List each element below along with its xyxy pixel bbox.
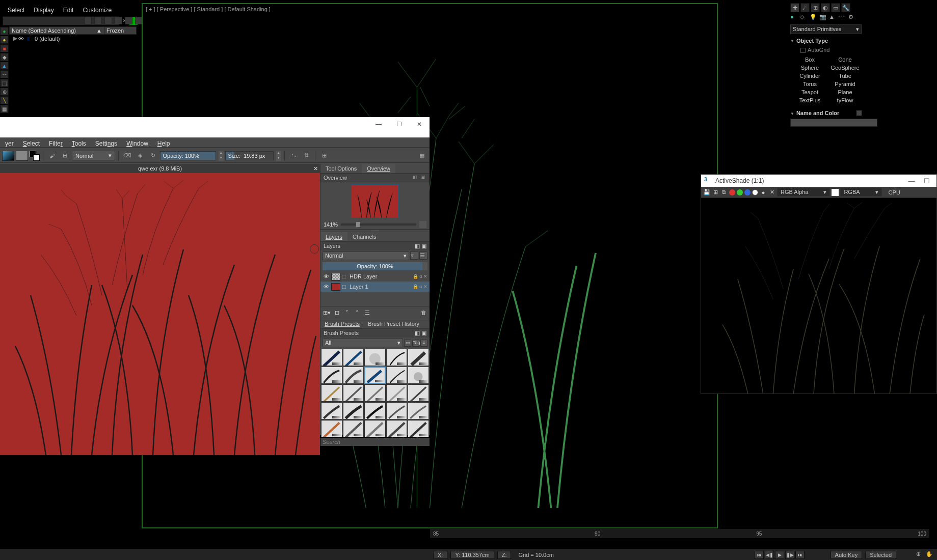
- brush-preset[interactable]: [408, 367, 429, 384]
- outliner-row[interactable]: ▶ 👁 ≡ 0 (default): [9, 35, 137, 42]
- menu-settings[interactable]: Settings: [91, 139, 121, 146]
- layer-name[interactable]: Layer 1: [348, 284, 411, 290]
- tool-icon[interactable]: ╲: [0, 96, 9, 104]
- nav-icon[interactable]: ✋: [926, 551, 934, 559]
- prev-frame-icon[interactable]: ◀❚: [765, 551, 774, 559]
- tool-icon[interactable]: ⬚: [0, 79, 9, 87]
- visibility-icon[interactable]: 👁: [323, 273, 330, 279]
- goto-end-icon[interactable]: ⏭: [795, 551, 805, 559]
- brush-icon[interactable]: 🖌: [46, 150, 58, 161]
- add-layer-icon[interactable]: ⊞▾: [323, 309, 331, 317]
- channels-tab[interactable]: Channels: [347, 232, 381, 241]
- overview-tab[interactable]: Overview: [362, 164, 395, 173]
- display-dropdown[interactable]: RGBA▾: [840, 188, 881, 197]
- primitive-cone[interactable]: Cone: [828, 56, 862, 63]
- docker-buttons[interactable]: ◧ ▣: [415, 330, 426, 337]
- layer-locks[interactable]: 🔒 α ✕: [413, 274, 427, 279]
- primitive-textplus[interactable]: TextPlus: [793, 97, 826, 104]
- menu-window[interactable]: Window: [122, 139, 152, 146]
- brush-preset[interactable]: [343, 402, 364, 419]
- menu-select[interactable]: Select: [8, 7, 24, 14]
- brush-preset[interactable]: [343, 420, 364, 437]
- reload-icon[interactable]: ↻: [147, 150, 158, 161]
- alpha-channel-icon[interactable]: [752, 189, 758, 195]
- blend-mode-dropdown[interactable]: Normal▾: [72, 151, 115, 160]
- helpers-icon[interactable]: ▲: [829, 14, 837, 21]
- move-up-icon[interactable]: ˄: [353, 309, 361, 317]
- brush-preset[interactable]: [386, 367, 408, 384]
- toolbar-btn[interactable]: [115, 17, 122, 24]
- tool-options-tab[interactable]: Tool Options: [320, 164, 362, 173]
- mirror-h-icon[interactable]: ⇋: [288, 150, 299, 161]
- copy-icon[interactable]: ⊞: [712, 189, 719, 196]
- menu-filter[interactable]: Filter: [45, 139, 67, 146]
- view-detail-icon[interactable]: ≡: [420, 340, 427, 347]
- brush-preset[interactable]: [321, 402, 342, 419]
- activeshade-titlebar[interactable]: 3 ActiveShade (1:1) — ☐: [701, 175, 936, 187]
- visibility-icon[interactable]: 👁: [323, 284, 330, 290]
- viewport-label[interactable]: [ + ] [ Perspective ] [ Standard ] [ Def…: [146, 6, 271, 12]
- primitive-tube[interactable]: Tube: [828, 72, 862, 79]
- layer-thumb[interactable]: [331, 273, 340, 281]
- maximize-button[interactable]: ☐: [920, 177, 933, 185]
- menu-layer[interactable]: yer: [1, 139, 18, 146]
- canvas[interactable]: [0, 173, 320, 455]
- brush-preset[interactable]: [321, 420, 342, 437]
- primitive-pyramid[interactable]: Pyramid: [828, 80, 862, 88]
- next-frame-icon[interactable]: ❚▶: [785, 551, 794, 559]
- autokey-button[interactable]: Auto Key: [831, 551, 863, 559]
- layer-row[interactable]: 👁 ⬚ Layer 1 🔒 α ✕: [320, 282, 430, 292]
- brush-history-tab[interactable]: Brush Preset History: [364, 319, 423, 328]
- tool-icon[interactable]: ▦: [0, 105, 9, 113]
- layer-blend-dropdown[interactable]: Normal▾: [323, 251, 409, 260]
- brush-preset[interactable]: [386, 349, 408, 366]
- outliner-header[interactable]: Name (Sorted Ascending)▲ Frozen: [9, 26, 137, 35]
- clone-icon[interactable]: ⧉: [720, 189, 728, 196]
- spin-down[interactable]: ▾: [219, 156, 224, 161]
- docker-buttons[interactable]: ◧ ▣: [415, 243, 426, 249]
- spin-up[interactable]: ▴: [276, 151, 281, 156]
- channel-dropdown[interactable]: RGB Alpha▾: [777, 188, 830, 197]
- properties-icon[interactable]: ☰: [363, 309, 371, 317]
- spacewarps-icon[interactable]: 〰: [839, 14, 846, 21]
- spin-up[interactable]: ▴: [219, 151, 224, 156]
- primitive-torus[interactable]: Torus: [793, 80, 826, 88]
- brush-preset[interactable]: [364, 402, 386, 419]
- brush-preset[interactable]: [386, 384, 408, 402]
- geometry-icon[interactable]: ●: [790, 14, 798, 21]
- toolbar-btn[interactable]: [94, 17, 102, 24]
- primitive-cylinder[interactable]: Cylinder: [793, 72, 826, 79]
- brush-preset[interactable]: [364, 367, 386, 384]
- brush-preset[interactable]: [386, 402, 408, 419]
- brush-preset[interactable]: [408, 349, 429, 366]
- object-name-input[interactable]: [790, 119, 877, 127]
- shapes-icon[interactable]: ◇: [800, 14, 808, 21]
- tool-icon[interactable]: ■: [0, 44, 9, 52]
- zoom-slider[interactable]: [341, 223, 416, 226]
- save-icon[interactable]: 💾: [703, 189, 710, 196]
- brush-presets-tab[interactable]: Brush Presets: [320, 319, 364, 328]
- menu-display[interactable]: Display: [34, 7, 53, 14]
- overview-thumbnail[interactable]: [351, 184, 399, 218]
- wrap-icon[interactable]: ⊞: [318, 150, 330, 161]
- pattern-picker[interactable]: [16, 151, 28, 161]
- toolbar-btn[interactable]: [104, 17, 112, 24]
- brush-preset[interactable]: [343, 349, 364, 366]
- gradient-picker[interactable]: [2, 151, 14, 161]
- delete-layer-icon[interactable]: 🗑: [419, 309, 427, 317]
- cameras-icon[interactable]: 📷: [819, 14, 827, 21]
- toolbar-btn[interactable]: [125, 17, 132, 24]
- maximize-button[interactable]: ☐: [389, 117, 409, 131]
- primitive-box[interactable]: Box: [793, 56, 826, 63]
- workspace-icon[interactable]: ▦: [416, 150, 427, 161]
- alpha-lock-icon[interactable]: ◈: [135, 150, 146, 161]
- size-slider[interactable]: Size: 19.83 px: [225, 151, 274, 160]
- document-tab[interactable]: qwe.exr (9.8 MiB) ✕: [0, 164, 320, 173]
- brush-preset[interactable]: [408, 420, 429, 437]
- layer-name[interactable]: HDR Layer: [348, 273, 411, 279]
- view-list-icon[interactable]: ▭: [404, 340, 411, 347]
- layer-thumb[interactable]: [331, 283, 340, 291]
- brush-preset[interactable]: [408, 384, 429, 402]
- brush-preset[interactable]: [321, 384, 342, 402]
- color-swatch[interactable]: [832, 189, 839, 196]
